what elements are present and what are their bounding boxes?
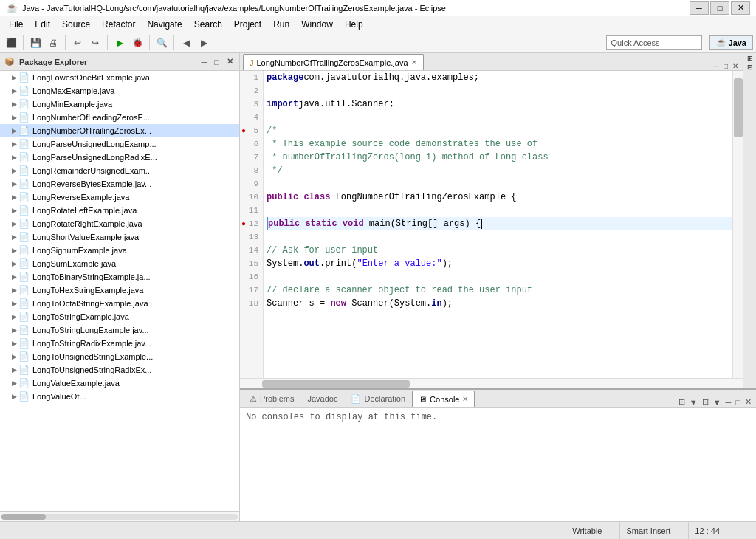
file-item[interactable]: ▶📄LongShortValueExample.java	[0, 230, 239, 244]
file-item[interactable]: ▶📄LongToBinaryStringExample.ja...	[0, 270, 239, 284]
console-minimize-btn[interactable]: ─	[724, 398, 733, 407]
gutter-icon-2[interactable]: ⊟	[747, 63, 753, 71]
toolbar-prev-btn[interactable]: ◀	[178, 35, 194, 51]
toolbar-search-btn[interactable]: 🔍	[154, 35, 170, 51]
menu-navigate[interactable]: Navigate	[141, 18, 188, 31]
file-item[interactable]: ▶📄LongSignumExample.java	[0, 244, 239, 257]
menu-refactor[interactable]: Refactor	[96, 18, 141, 31]
file-item[interactable]: ▶📄LongToUnsignedStringRadixEx...	[0, 363, 239, 377]
code-line[interactable]	[267, 270, 732, 284]
minimize-button[interactable]: ─	[690, 1, 709, 15]
toolbar-debug-btn[interactable]: 🐞	[129, 35, 145, 51]
bottom-tab-problems[interactable]: ⚠ Problems	[243, 391, 300, 407]
menu-run[interactable]: Run	[267, 18, 295, 31]
menu-file[interactable]: File	[3, 18, 29, 31]
maximize-button[interactable]: □	[710, 1, 729, 15]
editor-minimize-btn[interactable]: ─	[712, 62, 721, 70]
code-line[interactable]: // declare a scanner object to read the …	[267, 284, 732, 297]
code-line[interactable]: package com.javatutorialhq.java.examples…	[267, 71, 732, 84]
file-item[interactable]: ▶📄LongToHexStringExample.java	[0, 284, 239, 297]
code-line[interactable]: * numberOfTrailingZeros(long i) method o…	[267, 151, 732, 164]
toolbar-undo-btn[interactable]: ↩	[69, 35, 86, 51]
bottom-tab-console[interactable]: 🖥 Console ✕	[412, 391, 475, 407]
console-tab-close[interactable]: ✕	[462, 395, 468, 403]
menu-source[interactable]: Source	[56, 18, 96, 31]
bottom-tab-javadoc[interactable]: Javadoc	[300, 391, 344, 407]
editor-tab-active[interactable]: J LongNumberOfTrailingZerosExample.java …	[243, 54, 424, 70]
sidebar-maximize-btn[interactable]: □	[213, 58, 221, 66]
file-item[interactable]: ▶📄LongParseUnsignedLongExamp...	[0, 137, 239, 151]
code-line[interactable]: public static void main(String[] args) {	[267, 217, 732, 230]
code-line[interactable]: // Ask for user input	[267, 244, 732, 257]
code-content[interactable]: package com.javatutorialhq.java.examples…	[264, 71, 732, 378]
sidebar-close-btn[interactable]: ✕	[225, 57, 235, 66]
code-line[interactable]: * This example source code demonstrates …	[267, 137, 732, 151]
toolbar-redo-btn[interactable]: ↪	[87, 35, 103, 51]
file-item[interactable]: ▶📄LongRotateLeftExample.java	[0, 204, 239, 217]
menu-help[interactable]: Help	[339, 18, 369, 31]
sidebar-scrollbar-h[interactable]	[0, 511, 239, 521]
file-item[interactable]: ▶📄LongParseUnsignedLongRadixE...	[0, 151, 239, 164]
toolbar-next-btn[interactable]: ▶	[196, 35, 212, 51]
file-item[interactable]: ▶📄LongMaxExample.java	[0, 84, 239, 97]
toolbar-new-btn[interactable]: ⬛	[3, 35, 19, 51]
editor-maximize-btn[interactable]: □	[722, 62, 729, 70]
tab-close-btn[interactable]: ✕	[411, 58, 417, 66]
code-line[interactable]	[267, 204, 732, 217]
code-editor[interactable]: 123456789101112131415161718 package com.…	[240, 71, 743, 378]
file-item[interactable]: ▶📄LongValueExample.java	[0, 377, 239, 390]
code-line[interactable]: Scanner s = new Scanner(System.in);	[267, 297, 732, 310]
file-item[interactable]: ▶📄LongValueOf...	[0, 390, 239, 403]
code-line[interactable]	[267, 111, 732, 124]
code-line[interactable]	[267, 177, 732, 190]
console-dropdown2-btn[interactable]: ▼	[712, 398, 723, 407]
menu-window[interactable]: Window	[295, 18, 339, 31]
code-line[interactable]	[267, 84, 732, 97]
sidebar-minimize-btn[interactable]: ─	[200, 58, 209, 66]
file-item[interactable]: ▶📄LongToStringRadixExample.jav...	[0, 337, 239, 350]
file-item[interactable]: ▶📄LongReverseExample.java	[0, 190, 239, 204]
file-item[interactable]: ▶📄LongToStringLongExample.jav...	[0, 323, 239, 337]
file-item[interactable]: ▶📄LongNumberOfTrailingZerosEx...	[0, 124, 239, 137]
file-item[interactable]: ▶📄LongToStringExample.java	[0, 310, 239, 323]
scrollbar-thumb-v[interactable]	[734, 78, 743, 137]
console-close-btn[interactable]: ✕	[743, 397, 753, 407]
toolbar-save-btn[interactable]: 💾	[27, 35, 44, 51]
line-number: 16	[240, 270, 263, 284]
gutter-icon-1[interactable]: ⊞	[747, 55, 753, 62]
file-item[interactable]: ▶📄LongToUnsignedStringExample...	[0, 350, 239, 363]
quick-access-box[interactable]: Quick Access	[606, 35, 702, 50]
scrollbar-thumb-h[interactable]	[262, 380, 410, 388]
file-item[interactable]: ▶📄LongMinExample.java	[0, 97, 239, 111]
code-line[interactable]: /*	[267, 124, 732, 137]
toolbar-print-btn[interactable]: 🖨	[45, 35, 61, 51]
code-line[interactable]	[267, 230, 732, 244]
file-name: LongToOctalStringExample.java	[32, 299, 148, 308]
file-item[interactable]: ▶📄LongRotateRightExample.java	[0, 217, 239, 230]
menu-search[interactable]: Search	[188, 18, 228, 31]
file-item[interactable]: ▶📄LongSumExample.java	[0, 257, 239, 270]
code-line[interactable]: System.out.print("Enter a value:");	[267, 257, 732, 270]
javadoc-label: Javadoc	[307, 394, 337, 403]
file-item[interactable]: ▶📄LongReverseBytesExample.jav...	[0, 177, 239, 190]
editor-scrollbar-h[interactable]	[240, 378, 743, 388]
file-item[interactable]: ▶📄LongRemainderUnsignedExam...	[0, 164, 239, 177]
editor-scrollbar-v[interactable]	[732, 71, 743, 378]
code-line[interactable]: public class LongNumberOfTrailingZerosEx…	[267, 190, 732, 204]
file-item[interactable]: ▶📄LongNumberOfLeadingZerosE...	[0, 111, 239, 124]
console-copy-btn[interactable]: ⊡	[677, 397, 687, 407]
editor-close-btn[interactable]: ✕	[731, 62, 740, 70]
close-button[interactable]: ✕	[731, 1, 750, 15]
code-line[interactable]: */	[267, 164, 732, 177]
java-perspective-btn[interactable]: ☕ Java	[709, 35, 753, 50]
file-item[interactable]: ▶📄LongLowestOneBitExample.java	[0, 71, 239, 84]
toolbar-run-btn[interactable]: ▶	[111, 35, 128, 51]
file-item[interactable]: ▶📄LongToOctalStringExample.java	[0, 297, 239, 310]
console-clear-btn[interactable]: ⊡	[701, 397, 710, 407]
bottom-tab-declaration[interactable]: 📄 Declaration	[344, 391, 412, 407]
menu-edit[interactable]: Edit	[29, 18, 56, 31]
menu-project[interactable]: Project	[228, 18, 267, 31]
code-line[interactable]: import java.util.Scanner;	[267, 97, 732, 111]
console-dropdown-btn[interactable]: ▼	[688, 398, 699, 407]
console-maximize-btn[interactable]: □	[734, 398, 742, 407]
